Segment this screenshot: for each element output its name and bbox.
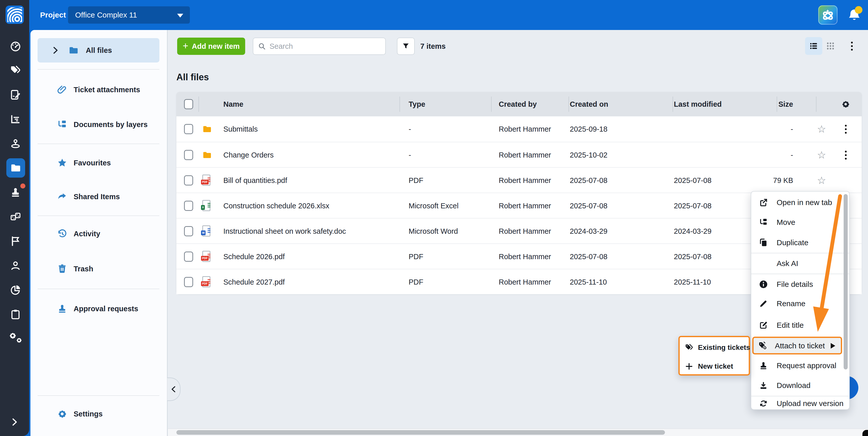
app-logo-icon[interactable] [6, 6, 24, 24]
rail-expand-chevron-icon[interactable] [10, 417, 19, 427]
plus-icon [685, 362, 693, 371]
sidebar-item-ticket-attachments[interactable]: Ticket attachments [37, 78, 159, 101]
rail-dice-icon[interactable] [10, 211, 21, 222]
rail-approval-stamp-icon[interactable] [10, 187, 21, 198]
rail-flag-icon[interactable] [10, 235, 21, 247]
sidebar-item-label: Ticket attachments [73, 86, 140, 94]
sidebar-item-trash[interactable]: Trash [37, 257, 159, 280]
grid-view-toggle[interactable] [822, 37, 839, 55]
add-new-item-button[interactable]: + Add new item [177, 38, 245, 55]
row-checkbox[interactable] [184, 124, 193, 134]
menu-item-attach-to-ticket-highlighted[interactable]: Attach to ticket [752, 337, 842, 354]
created-on: 2025-07-08 [570, 168, 607, 193]
menu-item-edit-title[interactable]: Edit title [753, 315, 840, 335]
sidebar-item-documents-by-layers[interactable]: Documents by layers [37, 113, 159, 136]
rail-clipboard-icon[interactable] [10, 309, 21, 320]
menu-scrollbar-thumb[interactable] [844, 194, 848, 370]
column-header-type[interactable]: Type [409, 92, 425, 116]
menu-item-label: Rename [777, 299, 805, 308]
rail-dashboard-gauge-icon[interactable] [10, 41, 21, 52]
sidebar-item-label: All files [86, 46, 112, 55]
row-checkbox[interactable] [184, 226, 193, 236]
rail-files-folder-icon-active[interactable] [6, 158, 25, 178]
file-name[interactable]: Bill of quantities.pdf [223, 168, 287, 193]
list-view-icon [809, 41, 818, 51]
row-kebab-menu[interactable] [840, 116, 851, 142]
sidebar-item-approval-requests[interactable]: Approval requests [37, 297, 159, 320]
column-header-last-modified[interactable]: Last modified [674, 92, 722, 116]
sidebar-item-favourites[interactable]: Favourites [37, 151, 159, 174]
column-settings-gear-icon[interactable] [840, 92, 851, 116]
submenu-item-new-ticket[interactable]: New ticket [681, 357, 748, 375]
rail-report-chart-icon[interactable] [10, 114, 21, 125]
column-header-created-by[interactable]: Created by [499, 92, 537, 116]
sidebar-item-shared-items[interactable]: Shared Items [37, 185, 159, 208]
ai-assistant-button[interactable] [818, 5, 838, 25]
search-input[interactable] [269, 42, 372, 51]
sidebar-item-activity[interactable]: Activity [37, 222, 159, 245]
divider [198, 96, 199, 112]
column-header-created-on[interactable]: Created on [570, 92, 608, 116]
row-kebab-menu[interactable] [840, 142, 851, 168]
file-name[interactable]: Instructional sheet on work safety.doc [223, 219, 346, 244]
column-header-name[interactable]: Name [223, 92, 243, 116]
menu-item-file-details[interactable]: File details [753, 274, 840, 294]
project-selector[interactable]: Office Complex 11 [68, 6, 190, 24]
submenu-item-label: New ticket [698, 362, 733, 371]
favourite-star-icon[interactable]: ☆ [816, 142, 827, 168]
row-checkbox[interactable] [184, 201, 193, 211]
menu-item-rename[interactable]: Rename [753, 294, 840, 314]
row-checkbox[interactable] [184, 252, 193, 262]
sidebar-item-settings[interactable]: Settings [37, 403, 159, 425]
menu-item-label: Move [777, 218, 795, 227]
created-on: 2024-03-29 [570, 219, 607, 244]
select-all-checkbox[interactable] [184, 99, 193, 109]
row-checkbox[interactable] [184, 175, 193, 185]
file-name[interactable]: Change Orders [223, 142, 274, 168]
rail-tags-icon[interactable] [10, 65, 21, 76]
file-size: - [745, 142, 793, 168]
horizontal-scrollbar-thumb[interactable] [176, 430, 665, 435]
sidebar-item-all-files[interactable]: All files [37, 38, 159, 62]
table-row-active[interactable]: PDF Bill of quantities.pdf PDF Robert Ha… [176, 167, 862, 193]
ai-spark-icon [759, 259, 768, 268]
file-name[interactable]: Construction schedule 2026.xlsx [223, 193, 330, 219]
list-view-toggle-active[interactable] [805, 37, 822, 55]
menu-item-open-in-new-tab[interactable]: Open in new tab [753, 193, 840, 212]
word-file-icon: W [202, 219, 211, 244]
table-row[interactable]: Change Orders - Robert Hammer 2025-10-02… [176, 142, 862, 167]
menu-item-duplicate[interactable]: Duplicate [753, 233, 840, 253]
menu-item-upload-new-version[interactable]: Upload new version [753, 396, 840, 410]
row-checkbox[interactable] [184, 277, 193, 287]
created-by: Robert Hammer [499, 269, 551, 295]
rail-person-icon[interactable] [10, 260, 21, 271]
file-name[interactable]: Schedule 2027.pdf [223, 269, 285, 295]
filter-button[interactable] [397, 38, 415, 55]
table-row[interactable]: Submittals - Robert Hammer 2025-09-18 - … [176, 116, 862, 142]
add-new-item-label: Add new item [192, 42, 240, 51]
rail-person-location-icon[interactable] [10, 138, 21, 149]
last-modified: 2025-07-08 [674, 244, 711, 269]
file-name[interactable]: Schedule 2026.pdf [223, 244, 285, 269]
submenu-item-existing-tickets[interactable]: Existing tickets [681, 339, 748, 356]
menu-item-request-approval[interactable]: Request approval [753, 356, 840, 376]
favourite-star-icon[interactable]: ☆ [816, 116, 827, 142]
menu-item-move[interactable]: Move [753, 212, 840, 232]
toolbar-kebab-menu[interactable] [843, 37, 860, 55]
chevron-right-icon[interactable] [51, 46, 61, 56]
menu-item-label: Ask AI [777, 259, 798, 268]
table-header: Name Type Created by Created on Last mod… [176, 92, 862, 116]
excel-file-icon: X [202, 193, 211, 219]
favourite-star-icon[interactable]: ☆ [816, 168, 827, 193]
menu-item-download[interactable]: Download [753, 376, 840, 395]
files-sidebar: All files Ticket attachments Documents b… [30, 30, 167, 436]
rail-pie-chart-icon[interactable] [10, 284, 21, 295]
column-header-size[interactable]: Size [745, 92, 793, 116]
file-name[interactable]: Submittals [223, 116, 258, 142]
row-checkbox[interactable] [184, 150, 193, 160]
sidebar-item-label: Documents by layers [73, 120, 148, 129]
rail-form-pen-icon[interactable] [10, 89, 21, 100]
menu-item-label: File details [777, 280, 813, 289]
menu-item-ask-ai[interactable]: Ask AI [753, 254, 840, 273]
sidebar-item-label: Shared Items [73, 193, 120, 201]
